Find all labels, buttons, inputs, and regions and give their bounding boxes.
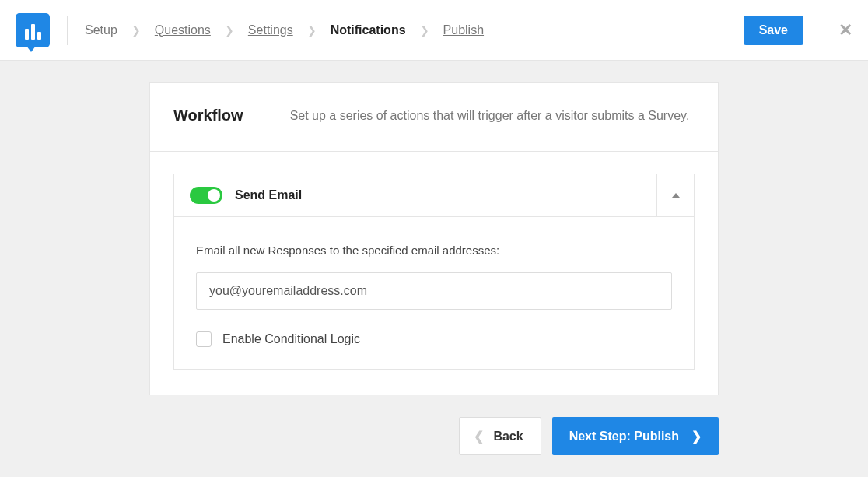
send-email-panel: Send Email Email all new Responses to th… bbox=[173, 174, 695, 370]
page-body: Workflow Set up a series of actions that… bbox=[0, 61, 868, 477]
page-title: Workflow bbox=[173, 107, 243, 125]
caret-up-icon bbox=[672, 193, 680, 198]
panel-collapse-button[interactable] bbox=[656, 174, 694, 216]
chevron-left-icon: ❮ bbox=[474, 429, 484, 444]
crumb-setup[interactable]: Setup bbox=[85, 23, 117, 37]
conditional-logic-label: Enable Conditional Logic bbox=[222, 332, 360, 346]
back-button[interactable]: ❮ Back bbox=[459, 417, 541, 455]
conditional-logic-row: Enable Conditional Logic bbox=[196, 331, 672, 347]
email-field[interactable] bbox=[196, 272, 672, 310]
top-bar: Setup ❯ Questions ❯ Settings ❯ Notificat… bbox=[0, 0, 868, 61]
workflow-card: Workflow Set up a series of actions that… bbox=[149, 82, 719, 395]
footer-actions: ❮ Back Next Step: Publish ❯ bbox=[149, 417, 719, 455]
close-icon[interactable]: ✕ bbox=[838, 20, 852, 40]
panel-content: Email all new Responses to the specified… bbox=[174, 216, 694, 369]
app-logo[interactable] bbox=[16, 13, 50, 47]
divider bbox=[67, 16, 68, 45]
panel-header: Send Email bbox=[174, 174, 694, 216]
send-email-toggle[interactable] bbox=[190, 187, 222, 204]
save-button[interactable]: Save bbox=[744, 16, 803, 45]
chevron-right-icon: ❯ bbox=[691, 429, 702, 444]
crumb-notifications[interactable]: Notifications bbox=[331, 23, 406, 37]
next-step-button[interactable]: Next Step: Publish ❯ bbox=[552, 417, 719, 455]
page-subtitle: Set up a series of actions that will tri… bbox=[290, 109, 690, 123]
chevron-right-icon: ❯ bbox=[225, 24, 234, 37]
chevron-right-icon: ❯ bbox=[307, 24, 317, 37]
next-button-label: Next Step: Publish bbox=[569, 430, 679, 444]
card-header: Workflow Set up a series of actions that… bbox=[150, 83, 718, 152]
panel-title: Send Email bbox=[235, 188, 302, 202]
email-description: Email all new Responses to the specified… bbox=[196, 244, 672, 257]
card-body: Send Email Email all new Responses to th… bbox=[150, 152, 718, 395]
chevron-right-icon: ❯ bbox=[131, 24, 141, 37]
chevron-right-icon: ❯ bbox=[420, 24, 429, 37]
crumb-publish[interactable]: Publish bbox=[443, 23, 484, 37]
crumb-settings[interactable]: Settings bbox=[248, 23, 293, 37]
breadcrumb: Setup ❯ Questions ❯ Settings ❯ Notificat… bbox=[85, 23, 484, 37]
conditional-logic-checkbox[interactable] bbox=[196, 331, 212, 347]
divider bbox=[821, 16, 821, 45]
back-button-label: Back bbox=[493, 430, 523, 444]
crumb-questions[interactable]: Questions bbox=[155, 23, 211, 37]
